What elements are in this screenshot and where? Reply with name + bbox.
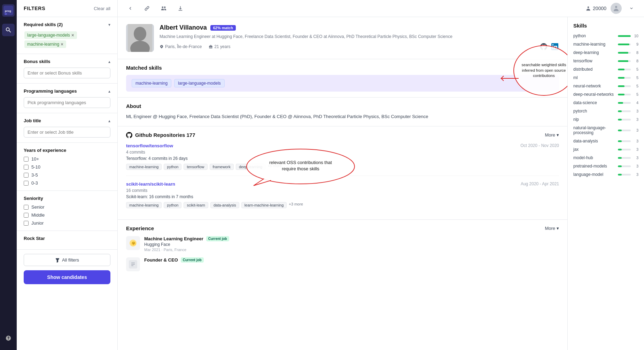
years-header[interactable]: Years of experience [24, 148, 110, 153]
repo-tag-0-4: deep-learning [236, 164, 265, 170]
job-title-header[interactable]: Job title ▴ [24, 118, 110, 123]
skill-count-8: 4 [634, 101, 638, 105]
all-filters-button[interactable]: All filters [24, 254, 110, 266]
skill-bar-11 [618, 130, 622, 131]
nav-search-icon[interactable] [2, 24, 15, 36]
repo-commits-1: 16 commits [126, 188, 559, 193]
skill-bar-5 [618, 77, 624, 79]
required-skills-header[interactable]: Required skills (2) ▾ [24, 22, 110, 27]
link-icon [144, 6, 150, 11]
remove-llm-tag[interactable]: × [71, 32, 74, 38]
programming-languages-input[interactable] [24, 97, 110, 108]
job-title-title: Job title [24, 118, 41, 123]
back-icon [127, 6, 133, 11]
dropdown-button[interactable] [626, 3, 637, 14]
experience-section: Experience More ▾ 🤗 [118, 220, 567, 282]
skill-name-8: data-science [573, 100, 615, 105]
github-more-button[interactable]: More ▾ [545, 132, 559, 138]
user-avatar[interactable] [611, 3, 622, 14]
experience-more-button[interactable]: More ▾ [545, 226, 559, 231]
skill-bar-container-11 [618, 130, 631, 131]
skill-bar-container-16 [618, 174, 631, 176]
profile-info: Albert Villanova 62% match Machine Learn… [160, 24, 559, 51]
repo-tags-more-1[interactable]: +3 more [289, 202, 303, 208]
skill-count-0: 10 [634, 34, 638, 38]
skill-row-6: neural-network 5 [573, 84, 638, 88]
job-title-input[interactable] [24, 127, 110, 138]
repo-tags-more-0[interactable]: +6 more [267, 164, 282, 170]
repo-name-0[interactable]: tensorflow/tensorflow [126, 143, 173, 148]
skill-bar-container-7 [618, 94, 631, 95]
repo-item-0: tensorflow/tensorflow Oct 2020 - Nov 202… [126, 143, 559, 176]
skill-count-15: 3 [634, 164, 638, 168]
repo-tag-1-0: machine-learning [126, 202, 162, 208]
exp-item-1: Founder & CEO Current job [126, 257, 559, 271]
people-icon [161, 6, 166, 11]
seniority-senior[interactable]: Senior [24, 204, 110, 210]
repo-tags-0: machine-learning python tensorflow frame… [126, 164, 559, 170]
people-button[interactable] [158, 3, 169, 14]
repo-name-1[interactable]: scikit-learn/scikit-learn [126, 181, 175, 187]
years-5-10[interactable]: 5-10 [24, 164, 110, 170]
download-button[interactable] [175, 3, 186, 14]
main-content: 20000 [118, 0, 644, 350]
skill-bar-3 [618, 60, 628, 62]
skill-bar-container-3 [618, 60, 631, 62]
seniority-junior[interactable]: Junior [24, 220, 110, 226]
profile-top: Albert Villanova 62% match Machine Learn… [126, 24, 559, 52]
skill-name-4: distributed [573, 67, 615, 72]
show-candidates-button[interactable]: Show candidates [24, 270, 110, 284]
skill-row-7: deep-neural-networks 5 [573, 92, 638, 97]
rock-star-header[interactable]: Rock Star [24, 236, 110, 241]
skill-tag-ml[interactable]: machine-learning × [24, 40, 66, 48]
svg-point-4 [134, 27, 146, 41]
remove-ml-tag[interactable]: × [61, 41, 63, 47]
svg-text:🤗: 🤗 [131, 241, 136, 246]
years-10plus[interactable]: 10+ [24, 156, 110, 162]
linkedin-link[interactable] [551, 42, 559, 51]
skill-name-15: pretrained-models [573, 164, 615, 169]
repo-tag-0-0: machine-learning [126, 164, 162, 170]
bonus-skills-input[interactable] [24, 68, 110, 78]
skill-name-9: pytorch [573, 109, 615, 114]
nav-question-icon[interactable] [2, 332, 15, 344]
skill-bar-12 [618, 140, 622, 142]
skill-bar-1 [618, 44, 629, 45]
skill-bar-15 [618, 165, 622, 167]
exp-info-0: Machine Learning Engineer Current job Hu… [144, 236, 559, 252]
credits-value: 20000 [593, 6, 606, 11]
skill-tag-llm[interactable]: large-language-models × [24, 31, 77, 39]
skill-name-1: machine-learning [573, 42, 615, 47]
download-icon [178, 6, 183, 11]
seniority-middle[interactable]: Middle [24, 212, 110, 218]
skill-bar-container-6 [618, 85, 631, 87]
github-repos-icon [126, 132, 132, 138]
linkedin-icon [551, 43, 558, 50]
bonus-skills-header[interactable]: Bonus skills ▴ [24, 59, 110, 64]
years-of-experience-section: Years of experience 10+ 5-10 3-5 0-3 [17, 143, 117, 191]
skill-bar-0 [618, 35, 631, 37]
chevron-up-icon-jt: ▴ [108, 118, 110, 123]
back-button[interactable] [125, 3, 136, 14]
exp-title: Experience [126, 225, 154, 231]
profile-scroll-area: Albert Villanova 62% match Machine Learn… [118, 17, 567, 350]
clear-all-button[interactable]: Clear all [94, 6, 110, 11]
bonus-skills-title: Bonus skills [24, 59, 51, 64]
programming-languages-header[interactable]: Programming languages ▴ [24, 88, 110, 94]
seniority-header[interactable]: Seniority [24, 196, 110, 201]
exp-info-1: Founder & CEO Current job [144, 257, 559, 271]
github-link[interactable] [540, 42, 548, 51]
skill-count-9: 3 [634, 109, 638, 113]
profile-photo [126, 24, 154, 52]
skill-count-13: 3 [634, 147, 638, 151]
skill-bar-container-0 [618, 35, 631, 37]
skill-bar-container-9 [618, 110, 631, 112]
skill-count-4: 5 [634, 67, 638, 71]
skill-name-14: model-hub [573, 155, 615, 160]
profile-name: Albert Villanova [160, 24, 207, 31]
credit-icon [585, 6, 591, 11]
years-0-3[interactable]: 0-3 [24, 180, 110, 186]
link-button[interactable] [141, 3, 153, 14]
years-3-5[interactable]: 3-5 [24, 172, 110, 178]
repo-tag-1-2: scikit-learn [184, 202, 208, 208]
